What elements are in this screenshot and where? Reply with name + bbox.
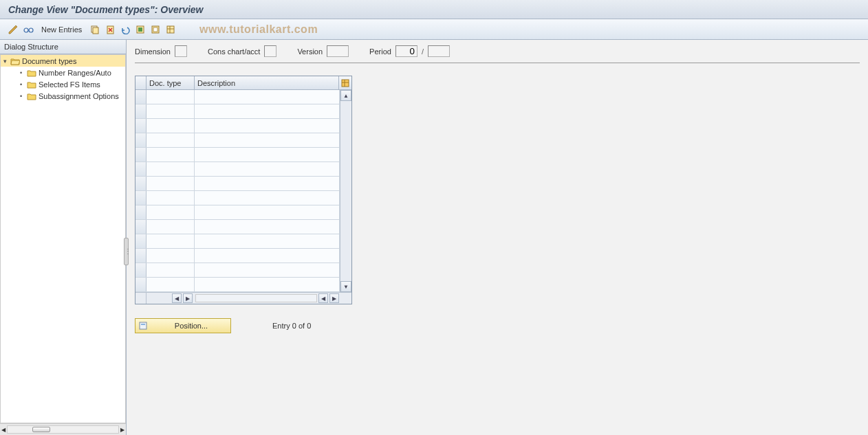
delete-icon[interactable] xyxy=(104,23,116,36)
row-selector[interactable] xyxy=(135,133,147,147)
scroll-up-icon[interactable]: ▲ xyxy=(340,90,351,101)
table-corner-cell[interactable] xyxy=(135,76,147,89)
row-selector[interactable] xyxy=(135,263,147,277)
table-row[interactable] xyxy=(135,177,340,191)
table-row[interactable] xyxy=(135,119,340,133)
scroll-down-icon[interactable]: ▼ xyxy=(340,281,351,292)
table-row[interactable] xyxy=(135,133,340,148)
row-selector[interactable] xyxy=(135,148,147,161)
tree-item-subassignment[interactable]: • Subassignment Options xyxy=(1,90,125,102)
svg-rect-15 xyxy=(342,80,349,87)
scroll-thumb[interactable] xyxy=(32,427,50,432)
cell-description[interactable] xyxy=(195,263,340,277)
cell-doc-type[interactable] xyxy=(147,162,195,176)
collapse-icon[interactable]: ▾ xyxy=(3,58,10,65)
row-selector[interactable] xyxy=(135,177,147,190)
cell-doc-type[interactable] xyxy=(147,148,195,161)
table-row[interactable] xyxy=(135,191,340,205)
cell-description[interactable] xyxy=(195,133,340,147)
table-horizontal-scrollbar[interactable]: ◀ ▶ ◀ ▶ xyxy=(135,292,351,304)
cell-doc-type[interactable] xyxy=(147,191,195,205)
position-icon xyxy=(138,321,148,331)
scroll-left-icon[interactable]: ◀ xyxy=(172,293,182,303)
table-row[interactable] xyxy=(135,278,340,292)
tree-item-number-ranges[interactable]: • Number Ranges/Auto xyxy=(1,67,125,78)
period-input-1[interactable] xyxy=(395,45,417,57)
table-row[interactable] xyxy=(135,220,340,234)
row-selector[interactable] xyxy=(135,249,147,263)
column-description[interactable]: Description xyxy=(195,76,339,89)
table-settings-icon[interactable] xyxy=(164,23,177,36)
cell-description[interactable] xyxy=(195,177,340,190)
table-row[interactable] xyxy=(135,205,340,220)
glasses-icon[interactable] xyxy=(22,23,34,36)
table-configure-button[interactable] xyxy=(339,76,351,89)
table-row[interactable] xyxy=(135,90,340,104)
cell-description[interactable] xyxy=(195,191,340,205)
tree-item-document-types[interactable]: ▾ Document types xyxy=(1,55,125,67)
cons-input[interactable] xyxy=(264,45,276,57)
period-label: Period xyxy=(369,47,391,56)
folder-icon xyxy=(27,92,36,100)
table-row[interactable] xyxy=(135,104,340,119)
undo-icon[interactable] xyxy=(119,23,131,36)
cell-doc-type[interactable] xyxy=(147,234,195,248)
cell-doc-type[interactable] xyxy=(147,205,195,219)
deselect-all-icon[interactable] xyxy=(149,23,162,36)
row-selector[interactable] xyxy=(135,205,147,219)
row-selector[interactable] xyxy=(135,234,147,248)
cell-doc-type[interactable] xyxy=(147,104,195,118)
scroll-left-icon[interactable]: ◀ xyxy=(1,427,6,433)
change-icon[interactable] xyxy=(7,23,19,36)
row-selector[interactable] xyxy=(135,191,147,205)
row-selector[interactable] xyxy=(135,162,147,176)
row-selector[interactable] xyxy=(135,104,147,118)
row-selector[interactable] xyxy=(135,220,147,234)
period-input-2[interactable] xyxy=(428,45,450,57)
table-row[interactable] xyxy=(135,148,340,162)
hscroll-track[interactable] xyxy=(195,294,317,302)
scroll-right-icon[interactable]: ▶ xyxy=(329,293,339,303)
table-row[interactable] xyxy=(135,263,340,278)
cell-doc-type[interactable] xyxy=(147,133,195,147)
cell-doc-type[interactable] xyxy=(147,249,195,263)
dimension-input[interactable] xyxy=(175,45,187,57)
row-selector[interactable] xyxy=(135,278,147,291)
table-row[interactable] xyxy=(135,162,340,177)
cell-description[interactable] xyxy=(195,104,340,118)
position-button[interactable]: Position... xyxy=(135,318,231,333)
cell-description[interactable] xyxy=(195,90,340,104)
splitter-handle[interactable] xyxy=(124,238,129,265)
new-entries-button[interactable]: New Entries xyxy=(37,25,86,34)
cell-doc-type[interactable] xyxy=(147,278,195,291)
row-selector[interactable] xyxy=(135,90,147,104)
row-selector[interactable] xyxy=(135,119,147,133)
select-all-icon[interactable] xyxy=(134,23,147,36)
cell-description[interactable] xyxy=(195,278,340,291)
cell-description[interactable] xyxy=(195,119,340,133)
cell-doc-type[interactable] xyxy=(147,119,195,133)
scroll-right-icon[interactable]: ▶ xyxy=(183,293,193,303)
cell-doc-type[interactable] xyxy=(147,177,195,190)
tree-horizontal-scrollbar[interactable]: ◀ ▶ xyxy=(0,423,126,435)
cell-description[interactable] xyxy=(195,220,340,234)
cell-description[interactable] xyxy=(195,148,340,161)
cell-doc-type[interactable] xyxy=(147,220,195,234)
table-row[interactable] xyxy=(135,234,340,249)
cell-doc-type[interactable] xyxy=(147,90,195,104)
scroll-left-icon[interactable]: ◀ xyxy=(318,293,328,303)
scroll-right-icon[interactable]: ▶ xyxy=(120,427,124,433)
copy-icon[interactable] xyxy=(89,23,101,36)
cell-description[interactable] xyxy=(195,205,340,219)
watermark-text: www.tutorialkart.com xyxy=(199,23,318,36)
cell-description[interactable] xyxy=(195,162,340,176)
cell-doc-type[interactable] xyxy=(147,263,195,277)
column-doc-type[interactable]: Doc. type xyxy=(147,76,195,89)
table-vertical-scrollbar[interactable]: ▲ ▼ xyxy=(340,90,351,292)
scroll-track[interactable] xyxy=(7,425,119,434)
cell-description[interactable] xyxy=(195,234,340,248)
version-input[interactable] xyxy=(327,45,349,57)
tree-item-selected-fs[interactable]: • Selected FS Items xyxy=(1,78,125,90)
table-row[interactable] xyxy=(135,249,340,263)
cell-description[interactable] xyxy=(195,249,340,263)
